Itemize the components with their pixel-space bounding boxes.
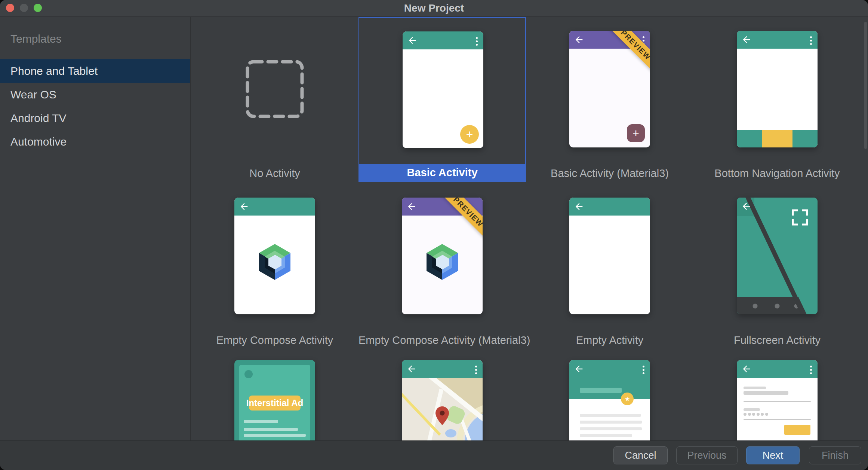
skeleton-line [244,434,306,437]
scrolling-mockup: ★ [569,360,650,440]
form-label-placeholder [744,408,760,411]
back-arrow-icon [574,34,584,45]
login-mockup [737,360,818,440]
sidebar-separator [0,57,190,57]
basic-activity-m3-mockup: PREVIEW + [569,31,650,147]
fab-plus-icon: + [627,124,645,142]
skeleton-line [580,414,641,417]
template-card-google-admob-ads[interactable]: Interstitial Ad [191,347,358,440]
maps-mockup [402,360,483,440]
back-arrow-icon [406,364,417,374]
skeleton-line [580,421,642,424]
fab-star-icon: ★ [621,393,634,405]
cancel-button[interactable]: Cancel [613,446,668,464]
kebab-menu-icon [476,36,478,47]
template-grid: No Activity + Basic Activity PREVIEW [191,17,868,440]
mockup-appbar [737,360,818,378]
mockup-header [569,360,650,399]
dialog-titlebar: New Project [0,0,868,17]
fab-plus-icon: + [460,125,479,144]
dialog-footer: Cancel Previous Next Finish [0,440,868,470]
sidebar-header: Templates [10,33,62,45]
mockup-appbar [737,31,818,49]
previous-button: Previous [676,446,738,464]
title-placeholder [580,388,622,393]
ads-panel: Interstitial Ad [239,365,310,440]
sidebar-item-phone-and-tablet[interactable]: Phone and Tablet [0,59,190,83]
next-button[interactable]: Next [746,446,800,464]
compose-m3-mockup: PREVIEW [402,198,483,314]
kebab-menu-icon [810,364,812,376]
mockup-appbar [234,198,315,216]
sidebar-item-list: Phone and Tablet Wear OS Android TV Auto… [0,59,190,153]
password-dots [744,413,768,416]
template-card-empty-compose-activity-material3[interactable]: PREVIEW Empty Compose Activity (Material… [358,184,526,349]
map-graphic [402,378,483,440]
template-card-bottom-navigation-activity[interactable]: Bottom Navigation Activity [693,17,861,182]
templates-sidebar: Templates Phone and Tablet Wear OS Andro… [0,17,191,440]
skeleton-line [580,434,632,437]
bottom-navigation-bar [737,130,818,147]
dialog-title: New Project [0,0,868,16]
template-card-empty-compose-activity[interactable]: Empty Compose Activity [191,184,358,349]
fullscreen-mockup [737,198,818,314]
form-label-placeholder [744,387,766,389]
fullscreen-mockup-graphic [737,198,818,314]
empty-activity-mockup [569,198,650,314]
back-arrow-icon [741,34,752,45]
back-arrow-icon [406,201,417,212]
sidebar-item-wear-os[interactable]: Wear OS [0,83,190,106]
grid-scrollbar[interactable] [864,22,867,149]
form-input-placeholder [744,391,788,395]
template-card-empty-activity[interactable]: Empty Activity [526,184,693,349]
template-card-google-maps-activity[interactable] [358,347,526,440]
no-activity-placeholder-icon [245,59,305,119]
jetpack-compose-logo-icon [256,243,293,281]
finish-button: Finish [809,446,861,464]
mockup-appbar [403,31,483,49]
template-card-label: Bottom Navigation Activity [693,165,861,182]
back-arrow-icon [407,35,418,46]
back-arrow-icon [239,201,249,212]
sidebar-item-automotive[interactable]: Automotive [0,130,190,153]
kebab-menu-icon [643,364,645,376]
skeleton-line [580,427,642,430]
ads-mockup: Interstitial Ad [234,360,315,440]
template-card-basic-activity[interactable]: + Basic Activity [358,17,526,182]
mockup-appbar [569,198,650,216]
template-card-fullscreen-activity[interactable]: Fullscreen Activity [693,184,861,349]
input-underline [744,419,811,420]
template-card-scrolling-activity[interactable]: ★ [526,347,693,440]
input-underline [744,401,811,402]
submit-button-placeholder [784,425,810,435]
interstitial-ad-button: Interstitial Ad [249,396,301,411]
template-card-no-activity[interactable]: No Activity [191,17,358,182]
bottom-navigation-mockup [737,31,818,147]
sidebar-item-android-tv[interactable]: Android TV [0,106,190,130]
mockup-appbar [402,360,483,378]
new-project-dialog: New Project Templates Phone and Tablet W… [0,0,868,470]
basic-activity-mockup: + [403,31,483,148]
back-arrow-icon [741,364,752,374]
template-card-label: Basic Activity [359,164,525,181]
skeleton-line [244,420,278,423]
jetpack-compose-logo-icon [424,243,461,281]
compose-mockup [234,198,315,314]
back-arrow-icon [574,201,584,212]
template-card-login-activity[interactable] [693,347,861,440]
template-card-label: Basic Activity (Material3) [526,165,693,182]
skeleton-line [244,428,298,431]
template-card-basic-activity-material3[interactable]: PREVIEW + Basic Activity (Material3) [526,17,693,182]
ads-avatar-circle [244,370,253,378]
kebab-menu-icon [810,35,812,46]
back-arrow-icon [574,364,584,374]
kebab-menu-icon [475,364,477,376]
template-card-label: No Activity [191,165,358,182]
